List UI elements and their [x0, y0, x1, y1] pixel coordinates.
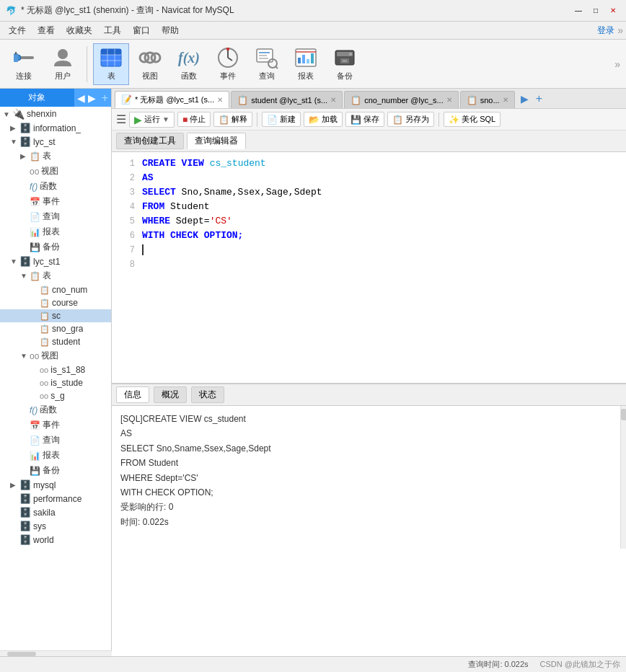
bottom-tab-info[interactable]: 信息 — [116, 386, 149, 403]
sidebar-tab-objects[interactable]: 对象 — [0, 89, 74, 107]
menu-expand-icon[interactable]: » — [617, 25, 623, 36]
db-icon-mysql: 🗄️ — [19, 479, 31, 490]
sub-tab-creator[interactable]: 查询创建工具 — [116, 133, 184, 149]
tree-folder-query1[interactable]: 📄 查询 — [0, 209, 111, 224]
load-button[interactable]: 📂 加载 — [304, 112, 343, 127]
tree-db-sys[interactable]: 🗄️ sys — [0, 519, 111, 533]
code-line-2: 2 AS — [118, 171, 620, 185]
tree-db-lyc-st1[interactable]: ▼ 🗄️ lyc_st1 — [0, 255, 111, 268]
tree-table-sc[interactable]: 📋 sc — [0, 309, 111, 322]
tree-db-information[interactable]: ▶ 🗄️ information_ — [0, 121, 111, 135]
tree-folder-query2[interactable]: 📄 查询 — [0, 433, 111, 448]
menu-window[interactable]: 窗口 — [127, 23, 156, 38]
new-button[interactable]: 📄 新建 — [262, 112, 301, 127]
svg-rect-3 — [15, 52, 17, 55]
table-button[interactable]: 表 — [93, 43, 129, 85]
table-folder-icon: 📋 — [30, 151, 40, 162]
sidebar-hscrollbar[interactable] — [0, 650, 112, 656]
menu-file[interactable]: 文件 — [3, 23, 32, 38]
menu-tools[interactable]: 工具 — [98, 23, 127, 38]
tab-cno-close[interactable]: ✕ — [446, 96, 452, 104]
save-button[interactable]: 💾 保存 — [345, 112, 384, 127]
query-button[interactable]: 查询 — [249, 43, 285, 85]
tree-view-is-s1[interactable]: oo is_s1_88 — [0, 363, 111, 376]
title-bar: 🐬 * 无标题 @lyc_st1 (shenxin) - 查询 - Navica… — [0, 0, 626, 22]
bottom-scroll-thumb[interactable] — [621, 409, 626, 420]
event-label: 事件 — [220, 71, 236, 81]
query-icon — [255, 46, 278, 69]
toolbar-expand-icon[interactable]: » — [614, 58, 620, 70]
function-button[interactable]: f(x) 函数 — [171, 43, 207, 85]
run-dropdown-icon[interactable]: ▼ — [162, 115, 169, 123]
code-lines: 1 CREATE VIEW cs_student 2 AS 3 SELECT S… — [118, 156, 620, 379]
tree-table-sno[interactable]: 📋 sno_gra — [0, 322, 111, 335]
db-icon-sakila: 🗄️ — [19, 507, 31, 518]
stop-button[interactable]: ■ 停止 — [177, 112, 211, 127]
sidebar-hscroll-thumb[interactable] — [7, 652, 36, 656]
tab-student[interactable]: 📋 student @lyc_st1 (s... ✕ — [231, 91, 343, 108]
menu-help[interactable]: 帮助 — [156, 23, 185, 38]
tree-folder-report1[interactable]: 📊 报表 — [0, 224, 111, 239]
tree-folder-table1[interactable]: ▶ 📋 表 — [0, 149, 111, 164]
run-button[interactable]: ▶ 运行 ▼ — [129, 112, 175, 128]
sub-tab-editor[interactable]: 查询编辑器 — [187, 133, 246, 149]
sidebar-nav-next[interactable]: ▶ — [88, 92, 96, 104]
tree-view-is-stude[interactable]: oo is_stude — [0, 376, 111, 389]
tree-folder-func1[interactable]: f() 函数 — [0, 179, 111, 194]
tree-folder-view1[interactable]: oo 视图 — [0, 164, 111, 179]
tree-table-course[interactable]: 📋 course — [0, 296, 111, 309]
backup-button[interactable]: 备份 — [327, 43, 363, 85]
maximize-button[interactable]: □ — [588, 4, 603, 18]
sidebar-add-icon[interactable]: + — [102, 92, 108, 105]
tree-folder-backup2[interactable]: 💾 备份 — [0, 463, 111, 478]
event-button[interactable]: 事件 — [210, 43, 246, 85]
main-toolbar: 连接 用户 表 — [0, 40, 626, 89]
tab-query1-close[interactable]: ✕ — [217, 96, 223, 104]
beautify-button[interactable]: ✨ 美化 SQL — [444, 112, 501, 127]
code-editor[interactable]: 1 CREATE VIEW cs_student 2 AS 3 SELECT S… — [112, 152, 626, 383]
menu-view[interactable]: 查看 — [32, 23, 61, 38]
sidebar-nav-prev[interactable]: ◀ — [77, 92, 85, 104]
bottom-content: [SQL]CREATE VIEW cs_student AS SELECT Sn… — [112, 406, 626, 549]
tree-folder-view2[interactable]: ▼ oo 视图 — [0, 348, 111, 363]
tree-connection-shenxin[interactable]: ▼ 🔌 shenxin — [0, 107, 111, 121]
tree-folder-backup1[interactable]: 💾 备份 — [0, 239, 111, 255]
tree-folder-table2[interactable]: ▼ 📋 表 — [0, 268, 111, 283]
tab-query1[interactable]: 📝 * 无标题 @lyc_st1 (s... ✕ — [115, 91, 229, 108]
view-button[interactable]: 视图 — [132, 43, 168, 85]
explain-button[interactable]: 📋 解释 — [213, 112, 252, 127]
tab-student-close[interactable]: ✕ — [330, 96, 336, 104]
close-button[interactable]: ✕ — [606, 4, 620, 18]
tab-add-button[interactable]: ▶ — [516, 93, 533, 105]
report-button[interactable]: 报表 — [288, 43, 324, 85]
tree-db-lyc-st[interactable]: ▼ 🗄️ lyc_st — [0, 135, 111, 149]
save-as-label: 另存为 — [405, 114, 429, 125]
tree-table-student[interactable]: 📋 student — [0, 335, 111, 348]
tree-db-world[interactable]: 🗄️ world — [0, 533, 111, 547]
save-as-button[interactable]: 📋 另存为 — [387, 112, 434, 127]
minimize-button[interactable]: — — [571, 4, 586, 18]
tree-folder-event1[interactable]: 📅 事件 — [0, 194, 111, 209]
query-folder-icon-2: 📄 — [30, 436, 40, 446]
tree-view-sg[interactable]: oo s_g — [0, 389, 111, 402]
user-button[interactable]: 用户 — [45, 43, 81, 85]
tree-table-cno[interactable]: 📋 cno_num — [0, 283, 111, 296]
tree-db-mysql[interactable]: ▶ 🗄️ mysql — [0, 478, 111, 492]
tab-cno[interactable]: 📋 cno_number @lyc_s... ✕ — [344, 91, 459, 108]
sql-line-1: [SQL]CREATE VIEW cs_student — [120, 412, 617, 426]
bottom-scrollbar[interactable] — [620, 406, 626, 549]
menu-favorites[interactable]: 收藏夹 — [61, 23, 98, 38]
tab-sno[interactable]: 📋 sno... ✕ — [460, 91, 515, 108]
tree-folder-event2[interactable]: 📅 事件 — [0, 417, 111, 433]
tree-db-sakila[interactable]: 🗄️ sakila — [0, 505, 111, 519]
tree-folder-func2[interactable]: f() 函数 — [0, 402, 111, 417]
bottom-tab-status[interactable]: 状态 — [191, 386, 224, 403]
hamburger-icon[interactable]: ☰ — [116, 112, 126, 126]
tree-db-performance[interactable]: 🗄️ performance — [0, 492, 111, 505]
tab-sno-close[interactable]: ✕ — [503, 96, 508, 104]
tab-new-button[interactable]: + — [533, 92, 545, 105]
connect-button[interactable]: 连接 — [6, 43, 42, 85]
login-button[interactable]: 登录 — [597, 25, 614, 37]
tree-folder-report2[interactable]: 📊 报表 — [0, 448, 111, 463]
bottom-tab-overview[interactable]: 概况 — [154, 386, 187, 403]
